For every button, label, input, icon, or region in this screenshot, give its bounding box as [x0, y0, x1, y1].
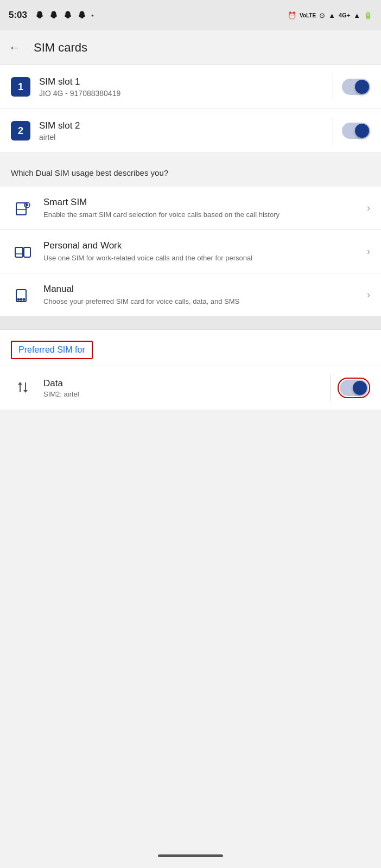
data-toggle-thumb [353, 381, 367, 395]
svg-rect-5 [24, 247, 30, 257]
section-separator [0, 317, 381, 330]
data-info: Data SIM2: airtel [43, 378, 324, 398]
svg-rect-4 [15, 247, 23, 257]
manual-title: Manual [43, 283, 363, 295]
data-toggle[interactable] [340, 380, 368, 396]
status-left: 5:03 ● [9, 10, 94, 21]
personal-work-option[interactable]: Personal and Work Use one SIM for work-r… [0, 230, 381, 273]
page-header: ← SIM cards [0, 30, 381, 65]
manual-option[interactable]: Manual Choose your preferred SIM card fo… [0, 273, 381, 317]
sim2-toggle[interactable] [342, 123, 370, 139]
back-button[interactable]: ← [9, 42, 21, 54]
data-toggle-wrapper [338, 378, 370, 398]
signal-icon: ▲ [328, 11, 335, 20]
volte-icon: VoLTE [300, 12, 316, 18]
main-content: 1 SIM slot 1 JIO 4G - 917088380419 2 [0, 65, 381, 410]
dual-sim-question: Which Dual SIM usage best describes you? [11, 168, 168, 177]
sim2-info: SIM slot 2 airtel [39, 120, 324, 142]
sim1-badge: 1 [11, 77, 30, 97]
smart-sim-chevron: › [367, 202, 370, 214]
personal-work-svg [14, 243, 31, 260]
sim1-divider [333, 74, 333, 100]
manual-icon [11, 283, 35, 307]
sim2-number: airtel [39, 133, 324, 142]
dual-sim-header: Which Dual SIM usage best describes you? [0, 153, 381, 187]
dual-sim-options: * Smart SIM Enable the smart SIM card se… [0, 187, 381, 317]
sim2-toggle-wrapper [342, 123, 370, 139]
data-transfer-icon [11, 376, 35, 400]
status-time: 5:03 [9, 10, 27, 21]
manual-svg [14, 286, 31, 304]
smart-sim-text: Smart SIM Enable the smart SIM card sele… [43, 196, 363, 220]
personal-work-desc: Use one SIM for work-related voice calls… [43, 253, 363, 263]
svg-point-9 [21, 298, 22, 300]
signal2-icon: ▲ [353, 11, 360, 20]
sim2-name: SIM slot 2 [39, 120, 324, 132]
manual-chevron: › [367, 289, 370, 301]
preferred-sim-title: Preferred SIM for [11, 341, 93, 359]
sim1-name: SIM slot 1 [39, 76, 324, 88]
preferred-sim-header: Preferred SIM for [0, 330, 381, 366]
snapchat-icon-1 [35, 10, 45, 20]
sim2-toggle-track [342, 123, 370, 139]
sim-slot-1-row: 1 SIM slot 1 JIO 4G - 917088380419 [0, 65, 381, 109]
home-bar [158, 854, 223, 857]
personal-work-title: Personal and Work [43, 240, 363, 252]
status-right: ⏰ VoLTE ⊙ ▲ 4G+ ▲ 🔋 [288, 11, 372, 20]
dot-indicator: ● [91, 13, 94, 18]
smart-sim-svg: * [14, 200, 31, 217]
sim-slot-2-row: 2 SIM slot 2 airtel [0, 109, 381, 153]
sim2-badge: 2 [11, 121, 30, 141]
sim1-info: SIM slot 1 JIO 4G - 917088380419 [39, 76, 324, 98]
personal-work-icon [11, 240, 35, 264]
preferred-sim-section: Preferred SIM for Data SIM2: airtel [0, 330, 381, 410]
sim-slots-section: 1 SIM slot 1 JIO 4G - 917088380419 2 [0, 65, 381, 153]
arrows-svg [15, 380, 30, 395]
snapchat-icon-3 [63, 10, 73, 20]
sim1-toggle-thumb [355, 80, 369, 94]
snapchat-icon-4 [77, 10, 87, 20]
alarm-icon: ⏰ [288, 11, 296, 20]
manual-desc: Choose your preferred SIM card for voice… [43, 297, 363, 307]
svg-point-8 [18, 298, 20, 300]
smart-sim-title: Smart SIM [43, 196, 363, 208]
personal-work-text: Personal and Work Use one SIM for work-r… [43, 240, 363, 263]
sim2-divider [333, 118, 333, 144]
sim2-toggle-thumb [355, 124, 369, 138]
data-title: Data [43, 378, 324, 389]
svg-point-10 [23, 298, 25, 300]
4g-icon: 4G+ [339, 12, 350, 18]
sim1-toggle-track [342, 79, 370, 95]
page-title: SIM cards [34, 41, 87, 55]
sim1-number: JIO 4G - 917088380419 [39, 89, 324, 98]
data-row-divider [331, 375, 331, 401]
manual-text: Manual Choose your preferred SIM card fo… [43, 283, 363, 307]
sim1-toggle-wrapper [342, 79, 370, 95]
smart-sim-option[interactable]: * Smart SIM Enable the smart SIM card se… [0, 187, 381, 230]
smart-sim-icon: * [11, 196, 35, 220]
svg-text:*: * [26, 203, 28, 208]
wifi-icon: ⊙ [319, 11, 325, 20]
data-row: Data SIM2: airtel [0, 366, 381, 410]
battery-icon: 🔋 [364, 11, 372, 20]
data-toggle-track [340, 380, 368, 396]
status-bar: 5:03 ● ⏰ VoLTE ⊙ ▲ 4G+ ▲ 🔋 [0, 0, 381, 30]
data-subtitle: SIM2: airtel [43, 390, 324, 398]
sim1-toggle[interactable] [342, 79, 370, 95]
snapchat-icon-2 [49, 10, 59, 20]
smart-sim-desc: Enable the smart SIM card selection for … [43, 210, 363, 220]
personal-work-chevron: › [367, 246, 370, 257]
